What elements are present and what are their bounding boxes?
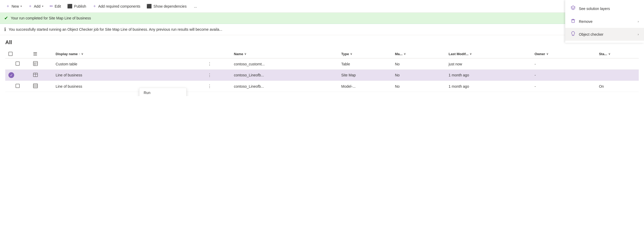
table-row[interactable]: Custom table⋮contoso_customt...TableNoju…: [5, 58, 639, 70]
new-label: New: [12, 4, 19, 8]
row-owner: -: [531, 58, 596, 70]
svg-rect-17: [572, 20, 574, 23]
svg-rect-12: [16, 84, 19, 88]
type-sort-icon: ∨: [350, 52, 352, 56]
section-title: All: [5, 39, 639, 45]
more-button[interactable]: ...: [191, 3, 200, 10]
data-table: Display name ↑ ∨ Name ∨ Type ∨: [5, 50, 639, 92]
row-status: On: [596, 81, 639, 92]
row-checkbox-cell[interactable]: ✓: [5, 70, 30, 81]
row-type-icon: [30, 58, 53, 70]
name-sort-icon: ∨: [244, 52, 246, 56]
see-solution-layers-item[interactable]: See solution layers: [565, 2, 644, 15]
row-managed: No: [392, 70, 445, 81]
success-icon: ✔: [4, 15, 8, 21]
publish-button[interactable]: ⬛ Publish: [65, 2, 89, 10]
show-dependencies-button[interactable]: ⬛ Show dependencies: [144, 2, 189, 10]
success-banner: ✔ Your run completed for Site Map Line o…: [0, 13, 644, 24]
modified-header[interactable]: Last Modif... ∨: [445, 50, 531, 58]
status-sort-icon: ∨: [608, 52, 610, 56]
display-name-header[interactable]: Display name ↑ ∨: [53, 50, 203, 58]
new-button[interactable]: ＋ New ▾: [3, 2, 24, 11]
remove-label: Remove: [579, 19, 593, 24]
managed-header[interactable]: Ma... ∨: [392, 50, 445, 58]
svg-rect-4: [16, 62, 19, 65]
object-checker-chevron-icon: ›: [638, 33, 639, 36]
row-status: [596, 58, 639, 70]
trash-icon: [570, 18, 576, 25]
remove-chevron-icon: ›: [638, 20, 639, 23]
edit-button[interactable]: ✏ Edit: [47, 2, 64, 10]
new-chevron: ▾: [20, 5, 22, 8]
select-all-header[interactable]: [5, 50, 30, 58]
svg-rect-1: [33, 52, 37, 53]
edit-icon: ✏: [50, 4, 53, 9]
show-dependencies-label: Show dependencies: [153, 4, 186, 8]
remove-item[interactable]: Remove ›: [565, 15, 644, 28]
dependencies-icon: ⬛: [147, 4, 152, 9]
svg-rect-5: [33, 61, 38, 66]
dots-icon[interactable]: ⋮: [206, 84, 213, 89]
info-text: You successfully started running an Obje…: [9, 27, 222, 32]
object-checker-item[interactable]: Object checker ›: [565, 28, 644, 41]
row-type-icon: [30, 81, 53, 92]
row-more-button[interactable]: ⋮: [203, 81, 231, 92]
layers-icon: [570, 5, 576, 12]
svg-rect-0: [9, 52, 12, 56]
dots-header: [203, 50, 231, 58]
row-type: Model-...: [338, 81, 392, 92]
row-checkbox-cell[interactable]: [5, 58, 30, 70]
right-panel: See solution layers Remove › Object chec…: [565, 0, 644, 43]
add-required-label: Add required components: [98, 4, 140, 8]
type-header[interactable]: Type ∨: [338, 50, 392, 58]
toolbar: ＋ New ▾ ＋ Add ▾ ✏ Edit ⬛ Publish ＋ Add r…: [0, 0, 644, 13]
svg-rect-2: [33, 54, 37, 54]
table-header-row: Display name ↑ ∨ Name ∨ Type ∨: [5, 50, 639, 58]
add-required-icon: ＋: [92, 3, 97, 9]
add-plus-icon: ＋: [28, 3, 32, 9]
info-icon: ℹ: [4, 27, 6, 32]
row-type-icon: [30, 70, 53, 81]
see-solution-layers-label: See solution layers: [579, 7, 610, 11]
managed-sort-icon: ∨: [404, 52, 406, 56]
publish-icon: ⬛: [67, 4, 72, 9]
row-more-button[interactable]: ⋮: [203, 58, 231, 70]
sort-chevron-icon: ∨: [81, 52, 83, 56]
row-checkbox-cell[interactable]: [5, 81, 30, 92]
svg-rect-3: [33, 55, 37, 55]
table-row[interactable]: ✓Line of business⋮contoso_Lineofb...Site…: [5, 70, 639, 81]
success-text: Your run completed for Site Map Line of …: [11, 16, 91, 20]
info-banner: ℹ You successfully started running an Ob…: [0, 24, 644, 35]
name-header[interactable]: Name ∨: [231, 50, 338, 58]
status-header[interactable]: Sta... ∨: [596, 50, 639, 58]
object-checker-icon: [570, 31, 576, 38]
edit-label: Edit: [55, 4, 61, 8]
add-required-button[interactable]: ＋ Add required components: [90, 2, 143, 11]
row-more-button[interactable]: ⋮: [203, 70, 231, 81]
publish-label: Publish: [74, 4, 86, 8]
row-owner: -: [531, 70, 596, 81]
row-display-name: Custom table: [53, 58, 203, 70]
row-managed: No: [392, 58, 445, 70]
icon-header: [30, 50, 53, 58]
row-name: contoso_Lineofb...: [231, 81, 338, 92]
add-chevron: ▾: [42, 5, 43, 8]
add-button[interactable]: ＋ Add ▾: [25, 2, 46, 11]
row-last-modified: just now: [445, 58, 531, 70]
row-owner: -: [531, 81, 596, 92]
more-label: ...: [194, 4, 197, 8]
row-display-name: Line of business: [53, 70, 203, 81]
row-last-modified: 1 month ago: [445, 70, 531, 81]
row-status: [596, 70, 639, 81]
row-type: Site Map: [338, 70, 392, 81]
row-name: contoso_customt...: [231, 58, 338, 70]
owner-header[interactable]: Owner ∨: [531, 50, 596, 58]
owner-sort-icon: ∨: [546, 52, 548, 56]
run-menu-item[interactable]: Run: [139, 88, 186, 96]
row-type: Table: [338, 58, 392, 70]
table-row[interactable]: Line of business⋮contoso_Lineofb...Model…: [5, 81, 639, 92]
main-content: All Display nam: [0, 35, 644, 96]
dots-icon[interactable]: ⋮: [206, 72, 213, 78]
object-checker-label: Object checker: [579, 32, 603, 37]
dots-icon[interactable]: ⋮: [206, 61, 213, 67]
